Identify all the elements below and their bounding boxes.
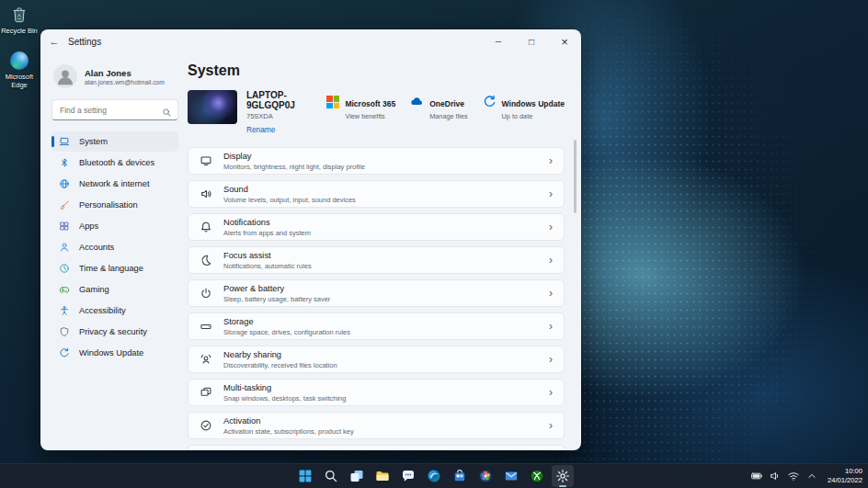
settings-row-troubleshoot[interactable]: TroubleshootRecommended troubleshooters,… [188,445,565,450]
back-button[interactable] [40,29,68,53]
nearby-icon [200,353,212,366]
settings-row-storage[interactable]: StorageStorage space, drives, configurat… [188,312,565,340]
sidebar-item-personalisation[interactable]: Personalisation [51,195,178,215]
chevup-icon [805,470,818,482]
storage-icon [200,320,212,333]
taskbar-start-icon[interactable] [294,465,316,487]
status-microsoft-365[interactable]: Microsoft 365View benefits [326,94,395,120]
settings-main-panel: System LAPTOP-9GLGQP0J 75SXDA Rename Mic… [188,53,581,450]
row-subtitle: Monitors, brightness, night light, displ… [223,163,365,171]
settings-row-display[interactable]: DisplayMonitors, brightness, night light… [188,147,565,175]
notifications-icon [200,221,212,233]
row-title: Notifications [223,218,311,227]
laptop-icon [59,136,70,147]
sidebar-item-bluetooth-devices[interactable]: Bluetooth & devices [51,153,178,173]
chevron-right-icon [549,354,553,365]
settings-row-sound[interactable]: SoundVolume levels, output, input, sound… [188,180,565,208]
device-name: LAPTOP-9GLGQP0J [246,90,317,110]
taskbar-file-explorer-icon[interactable] [371,465,394,487]
update-icon [59,347,70,358]
tray-wifi-icon[interactable] [787,470,800,482]
power-icon [200,287,212,300]
sidebar-item-label: Windows Update [79,348,143,357]
sidebar-item-windows-update[interactable]: Windows Update [51,343,178,363]
row-subtitle: Sleep, battery usage, battery saver [223,295,330,303]
status-onedrive[interactable]: OneDriveManage files [410,94,467,120]
sidebar-item-time-language[interactable]: Time & language [51,258,178,278]
activation-icon [200,419,212,432]
desktop-icon-microsoft-edge[interactable]: Microsoft Edge [0,51,39,89]
sidebar-item-label: Accessibility [79,306,126,315]
taskbar-settings-icon[interactable] [552,465,574,487]
sidebar-item-accessibility[interactable]: Accessibility [51,301,178,321]
sidebar-item-system[interactable]: System [51,131,178,152]
settings-row-power-battery[interactable]: Power & batterySleep, battery usage, bat… [188,279,565,307]
taskbar-photos-icon[interactable] [474,465,497,487]
device-model: 75SXDA [246,112,317,120]
desktop-icon-recycle-bin[interactable]: Recycle Bin [0,6,39,35]
tray-battery-icon[interactable] [750,470,763,482]
taskbar-clock[interactable]: 10:00 24/01/2022 [824,467,862,485]
settings-row-notifications[interactable]: NotificationsAlerts from apps and system [188,213,565,241]
row-title: Nearby sharing [223,350,337,359]
chevron-right-icon [549,420,553,431]
gamepad-icon [59,284,70,295]
sidebar-item-network-internet[interactable]: Network & internet [51,174,178,194]
tray-chevron-up-icon[interactable] [805,470,818,482]
status-subtitle: View benefits [345,112,395,120]
row-subtitle: Activation state, subscriptions, product… [223,427,354,436]
user-account[interactable]: Alan Jones alan.jones.wm@hotmail.com [53,64,178,88]
sidebar-item-label: Apps [79,221,98,231]
rename-link[interactable]: Rename [246,125,317,134]
taskbar-edge-icon[interactable] [423,465,445,487]
shield-icon [59,326,70,337]
sidebar-item-accounts[interactable]: Accounts [51,237,178,257]
settings-row-nearby-sharing[interactable]: Nearby sharingDiscoverability, received … [188,346,565,373]
edge-logo-icon [10,51,29,70]
chevron-right-icon [549,221,553,233]
settings-row-activation[interactable]: ActivationActivation state, subscription… [188,412,565,439]
status-subtitle: Up to date [502,112,565,120]
sound-icon [200,187,212,200]
close-button[interactable] [548,29,581,53]
chevron-right-icon [549,387,553,398]
scrollbar[interactable] [574,140,577,213]
status-title: Windows Update [502,99,565,108]
sidebar-item-label: Bluetooth & devices [79,158,154,167]
search-input[interactable] [51,99,178,120]
battery-icon [750,470,763,482]
row-title: Multi-tasking [223,383,346,392]
recycle-bin-icon [10,6,29,24]
sidebar-item-label: System [79,137,108,146]
taskbar-xbox-icon[interactable] [526,465,548,487]
row-subtitle: Snap windows, desktops, task switching [223,394,346,403]
sidebar-item-privacy-security[interactable]: Privacy & security [51,322,178,342]
taskbar-mail-icon[interactable] [500,465,522,487]
sidebar-item-apps[interactable]: Apps [51,216,178,236]
minimize-button[interactable] [482,29,515,53]
sidebar-item-label: Accounts [79,243,114,252]
row-title: Sound [223,185,356,194]
display-icon [200,154,212,167]
selected-indicator [51,136,54,147]
window-titlebar[interactable]: Settings [40,29,581,53]
status-title: Microsoft 365 [345,99,395,108]
row-title: Power & battery [223,284,330,293]
status-windows-update[interactable]: Windows UpdateUp to date [483,94,565,120]
taskbar-teams-chat-icon[interactable] [397,465,419,487]
row-title: Display [223,152,365,161]
taskbar-task-view-icon[interactable] [346,465,368,487]
taskbar: 10:00 24/01/2022 [0,463,868,488]
settings-row-multi-tasking[interactable]: Multi-taskingSnap windows, desktops, tas… [188,379,565,406]
tray-volume-icon[interactable] [769,470,782,482]
sidebar-item-gaming[interactable]: Gaming [51,279,178,300]
row-subtitle: Storage space, drives, configuration rul… [223,328,350,336]
taskbar-search-icon[interactable] [320,465,342,487]
person-icon [59,242,70,253]
sidebar-item-label: Network & internet [79,179,149,188]
settings-row-focus-assist[interactable]: Focus assistNotifications, automatic rul… [188,246,565,274]
device-thumbnail [188,90,237,124]
taskbar-store-icon[interactable] [449,465,471,487]
sidebar-item-label: Time & language [79,264,143,273]
maximize-button[interactable] [515,29,548,53]
